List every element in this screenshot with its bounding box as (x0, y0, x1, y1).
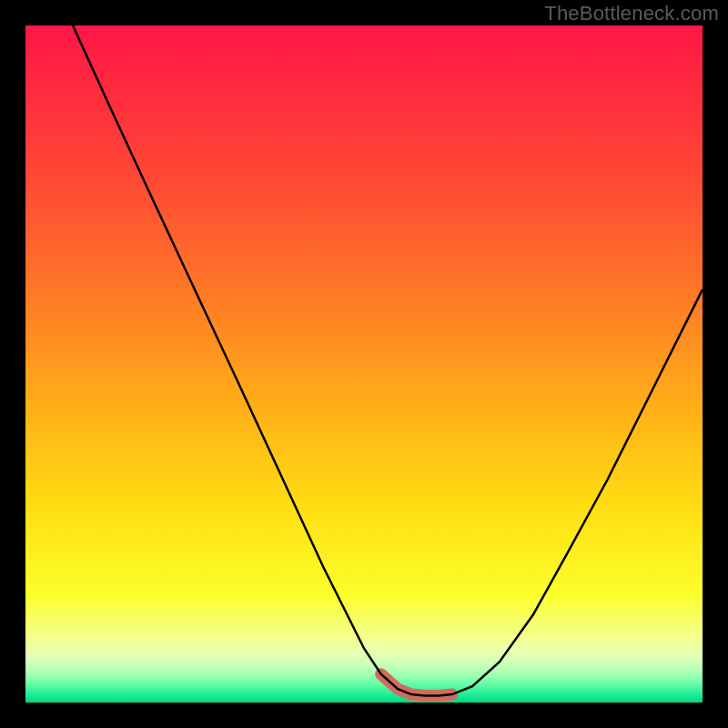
chart-frame: TheBottleneck.com (0, 0, 728, 728)
plot-area (25, 25, 703, 703)
curve-layer (25, 25, 703, 703)
watermark-text: TheBottleneck.com (544, 2, 719, 25)
bottleneck-curve-path (73, 25, 703, 696)
